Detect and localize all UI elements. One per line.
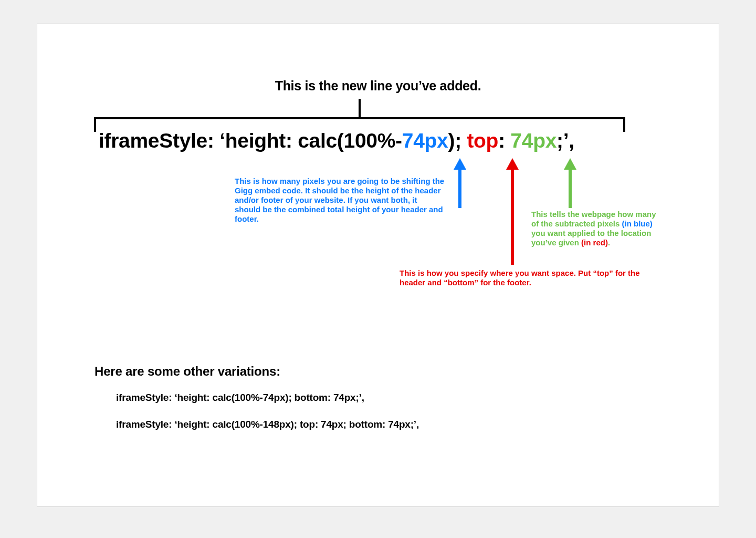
code-seg-blue: 74px [402,129,448,152]
arrow-green-icon [564,158,576,208]
note-red: This is how you specify where you want s… [400,268,667,287]
arrow-blue-icon [454,158,466,208]
code-seg-3: : [498,129,510,152]
arrow-red-icon [506,158,519,265]
code-seg-green: 74px [510,129,556,152]
bracket-left-tick [94,117,96,132]
variations-heading: Here are some other variations: [94,364,280,379]
bracket-right-tick [623,117,625,132]
code-seg-2: ); [448,129,467,152]
note-green-inblue: (in blue) [622,219,653,228]
bracket-stem [359,99,361,119]
note-blue: This is how many pixels you are going to… [235,177,445,224]
bracket-horizontal [94,117,625,119]
variation-1: iframeStyle: ‘height: calc(100%-74px); b… [116,392,364,404]
variation-2: iframeStyle: ‘height: calc(100%-148px); … [116,419,419,430]
code-line: iframeStyle: ‘height: calc(100%-74px); t… [99,129,574,152]
note-green: This tells the webpage how many of the s… [531,210,657,247]
document-page: This is the new line you’ve added. ifram… [37,24,719,507]
code-seg-4: ;’, [556,129,574,152]
code-seg-1: iframeStyle: ‘height: calc(100%- [99,129,402,152]
note-green-inred: (in red) [581,238,608,247]
code-seg-red: top [467,129,498,152]
title-text: This is the new line you’ve added. [37,78,719,94]
note-green-part3: . [608,238,610,247]
